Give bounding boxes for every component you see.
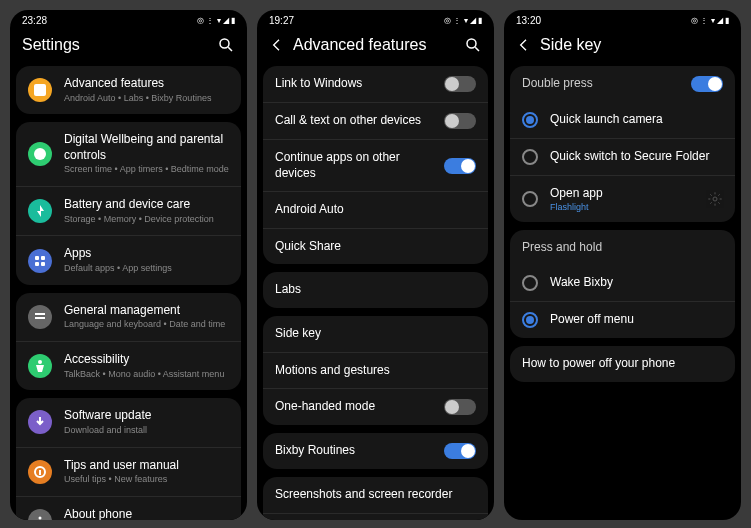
item-text: Bixby Routines bbox=[275, 443, 432, 459]
item-subtitle: Useful tips • New features bbox=[64, 474, 229, 486]
item-title: How to power off your phone bbox=[522, 356, 675, 372]
item-text: Tips and user manual Useful tips • New f… bbox=[64, 458, 229, 486]
radio-button[interactable] bbox=[522, 191, 538, 207]
settings-item[interactable]: About phone Status • Legal information •… bbox=[16, 496, 241, 520]
accessibility-icon bbox=[28, 354, 52, 378]
status-bar: 13:20 ◎ ⋮ ▾ ◢ ▮ bbox=[504, 10, 741, 28]
svg-point-22 bbox=[39, 516, 42, 519]
feature-item[interactable]: Motions and gestures bbox=[263, 352, 488, 389]
settings-item[interactable]: Software update Download and install bbox=[16, 398, 241, 446]
settings-item[interactable]: Digital Wellbeing and parental controls … bbox=[16, 122, 241, 186]
item-text: Motions and gestures bbox=[275, 363, 476, 379]
content[interactable]: Link to Windows Call & text on other dev… bbox=[257, 66, 494, 520]
feature-item[interactable]: Labs bbox=[263, 272, 488, 308]
svg-point-7 bbox=[28, 249, 52, 273]
section-label: Double press bbox=[522, 76, 691, 92]
toggle-switch[interactable] bbox=[444, 76, 476, 92]
back-button[interactable] bbox=[269, 37, 285, 53]
feature-item[interactable]: One-handed mode bbox=[263, 388, 488, 425]
content[interactable]: Double press Quick launch camera Quick s… bbox=[504, 66, 741, 520]
item-title: Advanced features bbox=[64, 76, 229, 92]
item-title: About phone bbox=[64, 507, 229, 520]
item-title: Battery and device care bbox=[64, 197, 229, 213]
item-text: Labs bbox=[275, 282, 476, 298]
radio-option[interactable]: Quick switch to Secure Folder bbox=[510, 138, 735, 175]
item-subtitle: TalkBack • Mono audio • Assistant menu bbox=[64, 369, 229, 381]
feature-item[interactable]: Screenshots and screen recorder bbox=[263, 477, 488, 513]
toggle-switch[interactable] bbox=[444, 443, 476, 459]
svg-point-5 bbox=[34, 148, 46, 160]
settings-item[interactable]: Apps Default apps • App settings bbox=[16, 235, 241, 284]
plain-item[interactable]: How to power off your phone bbox=[510, 346, 735, 382]
toggle-switch[interactable] bbox=[444, 113, 476, 129]
feature-item[interactable]: Link to Windows bbox=[263, 66, 488, 102]
item-text: Quick launch camera bbox=[550, 112, 723, 128]
search-button[interactable] bbox=[217, 36, 235, 54]
status-icons: ◎ ⋮ ▾ ◢ ▮ bbox=[197, 16, 235, 25]
settings-item[interactable]: Accessibility TalkBack • Mono audio • As… bbox=[16, 341, 241, 390]
radio-option[interactable]: Open app Flashlight bbox=[510, 175, 735, 222]
radio-option[interactable]: Wake Bixby bbox=[510, 265, 735, 301]
section-group: Double press Quick launch camera Quick s… bbox=[510, 66, 735, 222]
settings-item[interactable]: Battery and device care Storage • Memory… bbox=[16, 186, 241, 235]
item-title: Apps bbox=[64, 246, 229, 262]
feature-item[interactable]: Bixby Routines bbox=[263, 433, 488, 469]
section-header: Press and hold bbox=[510, 230, 735, 266]
content[interactable]: Advanced features Android Auto • Labs • … bbox=[10, 66, 247, 520]
battery-icon bbox=[28, 199, 52, 223]
item-subtitle: Storage • Memory • Device protection bbox=[64, 214, 229, 226]
item-title: Tips and user manual bbox=[64, 458, 229, 474]
status-bar: 23:28 ◎ ⋮ ▾ ◢ ▮ bbox=[10, 10, 247, 28]
item-title: Power off menu bbox=[550, 312, 723, 328]
status-icons: ◎ ⋮ ▾ ◢ ▮ bbox=[444, 16, 482, 25]
feature-group: Link to Windows Call & text on other dev… bbox=[263, 66, 488, 264]
item-text: Link to Windows bbox=[275, 76, 432, 92]
item-text: Wake Bixby bbox=[550, 275, 723, 291]
settings-item[interactable]: Advanced features Android Auto • Labs • … bbox=[16, 66, 241, 114]
svg-rect-9 bbox=[41, 256, 45, 260]
svg-point-26 bbox=[467, 39, 476, 48]
search-button[interactable] bbox=[464, 36, 482, 54]
item-text: Accessibility TalkBack • Mono audio • As… bbox=[64, 352, 229, 380]
radio-button[interactable] bbox=[522, 312, 538, 328]
item-subtitle: Default apps • App settings bbox=[64, 263, 229, 275]
settings-group: Advanced features Android Auto • Labs • … bbox=[16, 66, 241, 114]
feature-item[interactable]: Show contacts when sharing content bbox=[263, 513, 488, 520]
gear-icon[interactable] bbox=[707, 191, 723, 207]
settings-group: Digital Wellbeing and parental controls … bbox=[16, 122, 241, 284]
phone-screen-1: 23:28 ◎ ⋮ ▾ ◢ ▮ Settings Advanced featur… bbox=[10, 10, 247, 520]
item-subtitle: Android Auto • Labs • Bixby Routines bbox=[64, 93, 229, 105]
feature-item[interactable]: Side key bbox=[263, 316, 488, 352]
item-text: One-handed mode bbox=[275, 399, 432, 415]
toggle-switch[interactable] bbox=[691, 76, 723, 92]
radio-option[interactable]: Power off menu bbox=[510, 301, 735, 338]
radio-option[interactable]: Quick launch camera bbox=[510, 102, 735, 138]
item-text: About phone Status • Legal information •… bbox=[64, 507, 229, 520]
item-title: Link to Windows bbox=[275, 76, 432, 92]
svg-line-27 bbox=[475, 47, 479, 51]
feature-item[interactable]: Call & text on other devices bbox=[263, 102, 488, 139]
back-button[interactable] bbox=[516, 37, 532, 53]
radio-button[interactable] bbox=[522, 149, 538, 165]
section-group: How to power off your phone bbox=[510, 346, 735, 382]
toggle-switch[interactable] bbox=[444, 399, 476, 415]
section-header: Double press bbox=[510, 66, 735, 102]
item-title: Quick switch to Secure Folder bbox=[550, 149, 723, 165]
feature-item[interactable]: Android Auto bbox=[263, 191, 488, 228]
svg-rect-10 bbox=[35, 262, 39, 266]
item-text: General management Language and keyboard… bbox=[64, 303, 229, 331]
settings-group: General management Language and keyboard… bbox=[16, 293, 241, 391]
item-text: Apps Default apps • App settings bbox=[64, 246, 229, 274]
feature-item[interactable]: Continue apps on other devices bbox=[263, 139, 488, 191]
feature-item[interactable]: Quick Share bbox=[263, 228, 488, 265]
settings-item[interactable]: Tips and user manual Useful tips • New f… bbox=[16, 447, 241, 496]
item-title: Open app bbox=[550, 186, 695, 202]
settings-item[interactable]: General management Language and keyboard… bbox=[16, 293, 241, 341]
toggle-switch[interactable] bbox=[444, 158, 476, 174]
item-title: Software update bbox=[64, 408, 229, 424]
feature-group: Screenshots and screen recorder Show con… bbox=[263, 477, 488, 520]
radio-button[interactable] bbox=[522, 275, 538, 291]
section-group: Press and hold Wake Bixby Power off menu bbox=[510, 230, 735, 339]
radio-button[interactable] bbox=[522, 112, 538, 128]
item-text: Screenshots and screen recorder bbox=[275, 487, 476, 503]
